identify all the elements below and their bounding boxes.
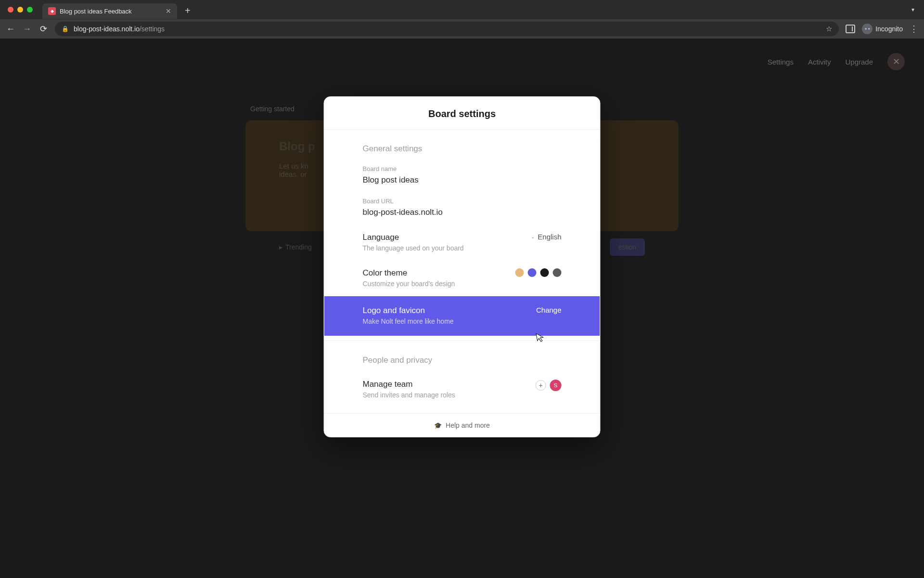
- member-avatar[interactable]: S: [550, 380, 562, 391]
- color-swatch-black[interactable]: [540, 268, 549, 277]
- color-theme-title: Color theme: [363, 268, 515, 278]
- app-header-nav: Settings Activity Upgrade ✕: [768, 53, 905, 70]
- language-value: English: [538, 233, 561, 241]
- minimize-window-button[interactable]: [17, 7, 23, 13]
- window-controls: [8, 7, 33, 13]
- lock-icon: 🔒: [62, 26, 69, 32]
- board-settings-modal: Board settings General settings Board na…: [324, 96, 601, 437]
- language-row[interactable]: Language The language used on your board…: [324, 225, 600, 261]
- profile-indicator[interactable]: 👓 Incognito: [862, 24, 903, 34]
- browser-menu-icon[interactable]: ⋮: [910, 24, 918, 34]
- general-section-title: General settings: [324, 130, 600, 160]
- incognito-label: Incognito: [875, 25, 903, 33]
- modal-footer[interactable]: 🎓 Help and more: [324, 413, 600, 437]
- language-title: Language: [363, 233, 531, 242]
- create-suggestion-button[interactable]: estion: [610, 238, 645, 256]
- nav-upgrade[interactable]: Upgrade: [845, 58, 873, 66]
- tab-favicon-icon: ◆: [48, 7, 56, 15]
- color-swatches: [515, 268, 562, 277]
- color-theme-sub: Customize your board's design: [363, 280, 515, 288]
- logo-change-link[interactable]: Change: [536, 306, 562, 314]
- board-name-value: Blog post ideas: [363, 175, 562, 185]
- tab-close-icon[interactable]: ✕: [166, 7, 171, 15]
- manage-team-row[interactable]: Manage team Send invites and manage role…: [324, 372, 600, 407]
- graduation-cap-icon: 🎓: [434, 422, 442, 429]
- nav-activity[interactable]: Activity: [808, 58, 831, 66]
- tabs-menu-icon[interactable]: ▾: [911, 6, 914, 13]
- reload-button[interactable]: ⟳: [38, 24, 48, 34]
- section-divider: [324, 341, 600, 341]
- url-host: blog-post-ideas.nolt.io: [74, 25, 140, 33]
- chevron-down-icon: ⌄: [531, 234, 535, 239]
- modal-title: Board settings: [324, 97, 600, 130]
- logo-sub: Make Nolt feel more like home: [363, 317, 536, 325]
- maximize-window-button[interactable]: [27, 7, 33, 13]
- color-swatch-gray[interactable]: [553, 268, 562, 277]
- panel-icon[interactable]: [846, 25, 855, 33]
- forward-button[interactable]: →: [22, 24, 32, 34]
- logo-title: Logo and favicon: [363, 306, 536, 315]
- getting-started-tag: Getting started: [250, 105, 295, 113]
- board-name-label: Board name: [363, 165, 562, 172]
- board-url-label: Board URL: [363, 197, 562, 205]
- board-url-field[interactable]: Board URL blog-post-ideas.nolt.io: [324, 193, 600, 225]
- incognito-icon: 👓: [862, 24, 873, 34]
- logo-favicon-row[interactable]: Logo and favicon Make Nolt feel more lik…: [324, 296, 600, 336]
- add-member-button[interactable]: +: [536, 380, 546, 391]
- modal-body[interactable]: General settings Board name Blog post id…: [324, 130, 600, 413]
- browser-chrome: ◆ Blog post ideas Feedback ✕ + ▾ ← → ⟳ 🔒…: [0, 0, 924, 39]
- help-link: Help and more: [446, 421, 490, 429]
- url-path: /settings: [140, 25, 165, 33]
- board-name-field[interactable]: Board name Blog post ideas: [324, 160, 600, 193]
- bookmark-icon[interactable]: ☆: [826, 25, 832, 33]
- board-url-value: blog-post-ideas.nolt.io: [363, 208, 562, 217]
- color-swatch-indigo[interactable]: [528, 268, 537, 277]
- address-bar[interactable]: 🔒 blog-post-ideas.nolt.io/settings ☆: [55, 22, 839, 36]
- language-sub: The language used on your board: [363, 244, 531, 252]
- browser-tab[interactable]: ◆ Blog post ideas Feedback ✕: [42, 3, 177, 19]
- toolbar: ← → ⟳ 🔒 blog-post-ideas.nolt.io/settings…: [0, 19, 924, 39]
- people-section-title: People and privacy: [324, 346, 600, 372]
- color-theme-row[interactable]: Color theme Customize your board's desig…: [324, 261, 600, 296]
- close-window-button[interactable]: [8, 7, 13, 13]
- nav-settings[interactable]: Settings: [768, 58, 794, 66]
- url-text: blog-post-ideas.nolt.io/settings: [74, 25, 821, 33]
- tab-title: Blog post ideas Feedback: [60, 8, 162, 15]
- manage-team-title: Manage team: [363, 380, 536, 389]
- color-swatch-tan[interactable]: [515, 268, 524, 277]
- language-select[interactable]: ⌄ English: [531, 233, 561, 241]
- tab-strip: ◆ Blog post ideas Feedback ✕ + ▾: [0, 0, 924, 19]
- new-tab-button[interactable]: +: [185, 5, 191, 16]
- manage-team-sub: Send invites and manage roles: [363, 391, 536, 399]
- close-settings-button[interactable]: ✕: [887, 53, 905, 70]
- trending-tab[interactable]: ▸Trending: [279, 243, 312, 251]
- back-button[interactable]: ←: [6, 24, 15, 34]
